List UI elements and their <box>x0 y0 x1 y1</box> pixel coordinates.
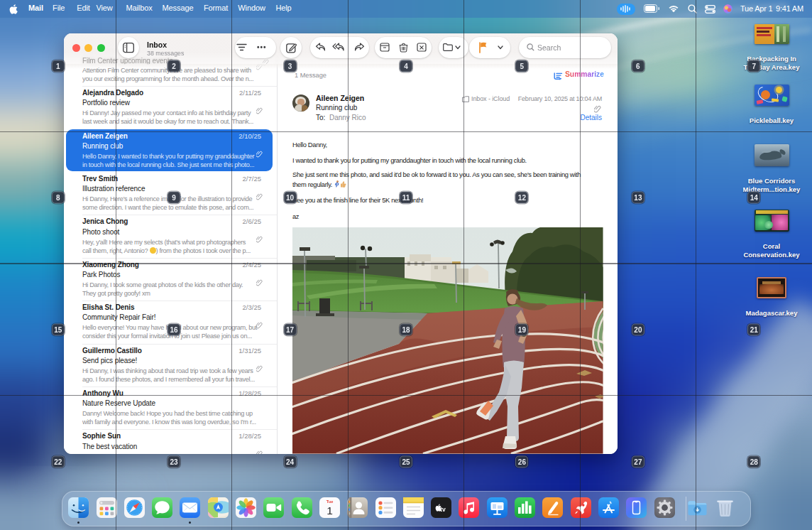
svg-text:1: 1 <box>327 504 333 517</box>
svg-text:tv: tv <box>440 506 446 513</box>
svg-text:Tue: Tue <box>327 499 334 504</box>
